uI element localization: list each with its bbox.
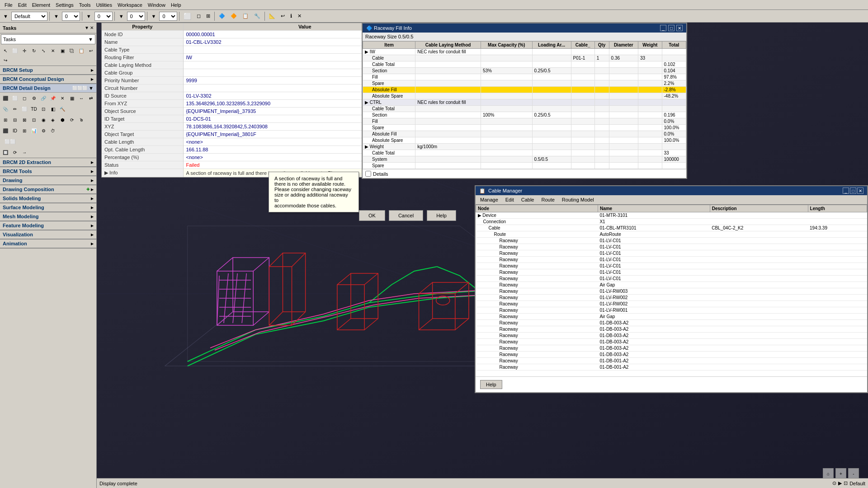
sidebar-minimize-icon[interactable]: ▼ (85, 25, 89, 30)
menu-settings[interactable]: Settings (53, 1, 76, 9)
brcm-detail-btn-29[interactable]: ⊞ (20, 126, 29, 135)
help-button[interactable]: Help (427, 210, 456, 221)
sidebar-section-header-feature[interactable]: Feature Modeling ▶ (0, 221, 96, 230)
nav-zoom-out[interactable]: - (848, 468, 859, 479)
sidebar-section-header-animation[interactable]: Animation ▶ (0, 239, 96, 248)
brcm-detail-btn-21[interactable]: ⊡ (29, 115, 38, 124)
brcm-detail-btn-3[interactable]: ◻ (20, 94, 29, 103)
cable-manager-menu-manage[interactable]: Manage (476, 196, 502, 203)
cable-row-raceway-rw003[interactable]: Raceway 01-LV-RW003 (476, 288, 867, 295)
sidebar-section-header-brcm-2d[interactable]: BRCM 2D Extraction ▶ (0, 158, 96, 167)
menu-edit[interactable]: Edit (15, 1, 29, 9)
sidebar-tb-select[interactable]: ⬜ (10, 46, 19, 55)
sidebar-tb-copy[interactable]: ⿻ (67, 46, 76, 55)
sidebar-section-header-brcm-conceptual[interactable]: BRCM Conceptual Design ▶ (0, 75, 96, 84)
cable-manager-menu-cable[interactable]: Cable (518, 196, 538, 203)
nav-zoom-in[interactable]: + (835, 468, 846, 479)
brcm-detail-btn-27[interactable]: ⬛ (1, 126, 10, 135)
brcm-detail-btn-20[interactable]: ⊠ (20, 115, 29, 124)
toolbar-dropdown-2[interactable]: 0 (62, 12, 80, 21)
cable-row-raceway-2[interactable]: Raceway 01-LV-C01 (476, 244, 867, 250)
nav-home[interactable]: ⌂ (823, 468, 834, 479)
brcm-detail-btn-15[interactable]: ⊡ (39, 104, 48, 113)
brcm-detail-btn-35[interactable]: ⟳ (10, 148, 19, 157)
sidebar-section-header-visualization[interactable]: Visualization ▶ (0, 230, 96, 239)
toolbar-dropdown-1[interactable]: Default (11, 12, 47, 21)
cable-row-airgap-1[interactable]: Raceway Air Gap (476, 282, 867, 288)
cable-row-db003-2[interactable]: Raceway 01-DB-003-A2 (476, 326, 867, 333)
sidebar-tb-redo[interactable]: ↪ (1, 56, 10, 65)
brcm-detail-btn-6[interactable]: 📌 (48, 94, 57, 103)
toolbar-arrow[interactable]: ▼ (1, 11, 10, 21)
menu-window[interactable]: Window (145, 1, 168, 9)
brcm-detail-btn-28[interactable]: ID (10, 126, 19, 135)
toolbar-icon-10[interactable]: ℹ (288, 11, 294, 21)
cable-row-raceway-rw002b[interactable]: Raceway 01-LV-RW002 (476, 301, 867, 307)
toolbar-btn-3[interactable]: ▼ (117, 11, 126, 21)
cable-manager-maximize-icon[interactable]: □ (850, 188, 856, 194)
brcm-detail-btn-10[interactable]: ⇄ (86, 94, 95, 103)
cable-row-raceway-rw001[interactable]: Raceway 01-LV-RW001 (476, 307, 867, 314)
brcm-detail-btn-17[interactable]: 🔨 (58, 104, 67, 113)
cable-row-raceway-1[interactable]: Raceway 01-LV-C01 (476, 238, 867, 244)
brcm-detail-btn-1[interactable]: ⬛ (1, 94, 10, 103)
details-checkbox[interactable] (365, 171, 371, 177)
toolbar-btn-1[interactable]: ▼ (52, 11, 61, 21)
brcm-detail-btn-7[interactable]: ✕ (58, 94, 67, 103)
menu-tools[interactable]: Tools (76, 1, 94, 9)
brcm-detail-btn-25[interactable]: ⟳ (67, 115, 76, 124)
cable-manager-menu-edit[interactable]: Edit (502, 196, 518, 203)
toolbar-icon-3[interactable]: ⊞ (204, 11, 212, 21)
brcm-detail-btn-18[interactable]: ⊞ (1, 115, 10, 124)
cable-manager-menu-routing-model[interactable]: Routing Model (558, 196, 598, 203)
cable-row-route[interactable]: Route AutoRoute (476, 231, 867, 238)
brcm-detail-btn-22[interactable]: ◉ (39, 115, 48, 124)
sidebar-section-header-surface[interactable]: Surface Modeling ▶ (0, 203, 96, 212)
cable-row-raceway-4[interactable]: Raceway 01-LV-C01 (476, 257, 867, 263)
brcm-detail-btn-9[interactable]: ↔ (77, 94, 86, 103)
brcm-detail-btn-26[interactable]: 🖱 (77, 115, 86, 124)
brcm-detail-btn-11[interactable]: 📎 (1, 104, 10, 113)
brcm-detail-btn-24[interactable]: ⬢ (58, 115, 67, 124)
toolbar-icon-6[interactable]: 📋 (240, 11, 251, 21)
sidebar-section-header-brcm-tools[interactable]: BRCM Tools ▶ (0, 167, 96, 176)
cable-row-db001-1[interactable]: Raceway 01-DB-001-A2 (476, 358, 867, 364)
brcm-detail-btn-14[interactable]: TD (29, 104, 38, 113)
brcm-detail-btn-34[interactable]: 🔲 (1, 148, 10, 157)
brcm-detail-btn-36[interactable]: → (20, 148, 29, 157)
cable-table-container[interactable]: Node Name Description Length ▶ Device 01… (476, 205, 867, 376)
sidebar-section-header-brcm-detail[interactable]: BRCM Detail Design ⬜⬜⬜ ▼ (0, 84, 96, 93)
toolbar-btn-2[interactable]: ▼ (84, 11, 94, 21)
cable-row-db003-3[interactable]: Raceway 01-DB-003-A2 (476, 333, 867, 339)
toolbar-dropdown-3[interactable]: 0 (94, 12, 113, 21)
toolbar-icon-5[interactable]: 🔶 (228, 11, 239, 21)
sidebar-tb-group[interactable]: ▣ (58, 46, 67, 55)
cable-manager-help-button[interactable]: Help (480, 380, 502, 389)
toolbar-btn-4[interactable]: ▼ (149, 11, 159, 21)
tasks-dropdown-arrow[interactable]: ▼ (86, 37, 95, 42)
toolbar-icon-1[interactable]: ⬜ (181, 11, 193, 21)
toolbar-icon-2[interactable]: ◻ (194, 11, 203, 21)
brcm-detail-btn-2[interactable]: ⬜ (10, 94, 19, 103)
menu-file[interactable]: File (2, 1, 15, 9)
sidebar-section-header-mesh[interactable]: Mesh Modeling ▶ (0, 212, 96, 221)
brcm-detail-btn-23[interactable]: ◈ (48, 115, 57, 124)
sidebar-tb-delete[interactable]: ✕ (48, 46, 57, 55)
cable-row-db003-1[interactable]: Raceway 01-DB-003-A2 (476, 320, 867, 326)
cable-row-raceway-7[interactable]: Raceway 01-LV-C01 (476, 276, 867, 282)
sidebar-tb-move[interactable]: ✛ (20, 46, 29, 55)
cable-row-raceway-3[interactable]: Raceway 01-LV-C01 (476, 250, 867, 257)
raceway-close-icon[interactable]: ✕ (676, 25, 683, 31)
cable-row-db003-6[interactable]: Raceway 01-DB-003-A2 (476, 352, 867, 358)
sidebar-section-header-solids[interactable]: Solids Modeling ▶ (0, 194, 96, 203)
cable-row-db003-5[interactable]: Raceway 01-DB-003-A2 (476, 345, 867, 352)
sidebar-section-header-drawing[interactable]: Drawing ▶ (0, 176, 96, 185)
raceway-minimize-icon[interactable]: _ (660, 25, 666, 31)
toolbar-icon-8[interactable]: 📐 (267, 11, 278, 21)
sidebar-tb-arrow[interactable]: ↖ (1, 46, 10, 55)
cable-manager-minimize-icon[interactable]: _ (843, 188, 849, 194)
cable-manager-menu-route[interactable]: Route (538, 196, 558, 203)
cable-row-raceway-6[interactable]: Raceway 01-LV-C01 (476, 269, 867, 276)
menu-help[interactable]: Help (168, 1, 184, 9)
sidebar-tb-scale[interactable]: ⤡ (39, 46, 48, 55)
